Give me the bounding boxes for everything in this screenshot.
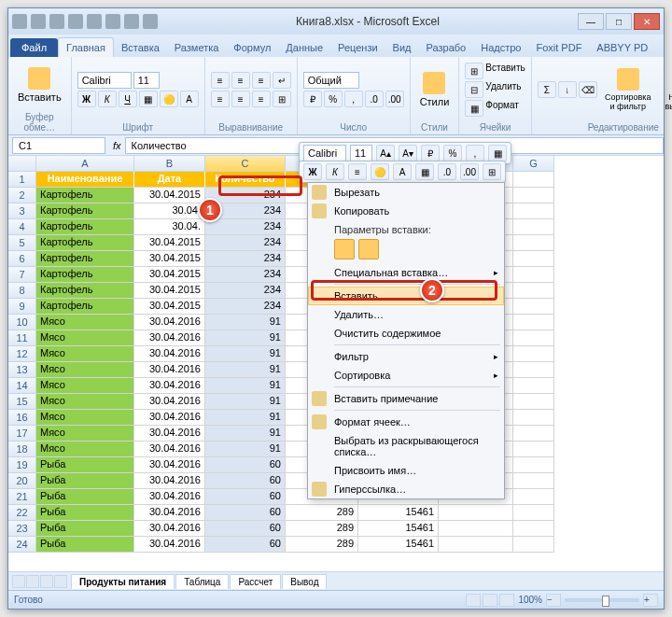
cell-b-18[interactable]: 30.04.2016 <box>134 442 205 457</box>
cell-c-20[interactable]: 60 <box>205 473 286 489</box>
cell-a-10[interactable]: Мясо <box>36 315 134 330</box>
mini-grow-button[interactable]: A▴ <box>376 145 395 161</box>
cell[interactable] <box>513 521 554 537</box>
sheet-tab-4[interactable]: Вывод <box>282 574 327 589</box>
font-color-button[interactable]: A <box>180 91 199 107</box>
row-head-5[interactable]: 5 <box>8 235 36 251</box>
row-head-6[interactable]: 6 <box>8 251 36 267</box>
comma-button[interactable]: , <box>344 91 363 107</box>
mini-dec-dec-button[interactable]: .00 <box>460 163 479 180</box>
align-right-button[interactable]: ≡ <box>252 91 271 107</box>
tab-data[interactable]: Данные <box>278 38 330 57</box>
align-left-button[interactable]: ≡ <box>211 91 230 107</box>
row-head-20[interactable]: 20 <box>8 473 36 489</box>
mini-border2-button[interactable]: ▦ <box>415 163 434 180</box>
view-layout-button[interactable] <box>483 594 497 607</box>
mini-comma-button[interactable]: , <box>466 145 484 161</box>
name-box[interactable]: C1 <box>12 137 105 154</box>
cell-b-7[interactable]: 30.04.2015 <box>134 267 205 283</box>
border-button[interactable]: ▦ <box>139 91 158 107</box>
row-head-9[interactable]: 9 <box>8 299 36 315</box>
tab-abbyy[interactable]: ABBYY PD <box>589 38 655 57</box>
close-button[interactable]: ✕ <box>634 13 660 30</box>
zoom-in-button[interactable]: + <box>643 594 658 607</box>
col-head-A[interactable]: A <box>36 156 134 172</box>
cell[interactable] <box>513 394 554 410</box>
cell[interactable] <box>513 330 554 346</box>
row-head-1[interactable]: 1 <box>8 172 36 188</box>
find-select-button[interactable]: Найти и выделить <box>659 66 672 113</box>
view-break-button[interactable] <box>499 594 514 607</box>
insert-cells-button[interactable]: ⊞ <box>465 63 483 79</box>
cell-a-22[interactable]: Рыба <box>36 505 134 521</box>
cell-c-18[interactable]: 91 <box>205 442 286 457</box>
cell-b-15[interactable]: 30.04.2016 <box>134 394 205 410</box>
sheet-tab-3[interactable]: Рассчет <box>230 574 281 589</box>
mini-size-combo[interactable]: 11 <box>350 145 372 161</box>
cell-c-12[interactable]: 91 <box>205 346 286 362</box>
cell[interactable] <box>513 410 554 426</box>
cell[interactable] <box>513 235 554 251</box>
mini-percent-button[interactable]: % <box>443 145 462 161</box>
ctx-hyperlink[interactable]: Гиперссылка… <box>308 480 504 498</box>
minimize-button[interactable]: — <box>578 13 604 30</box>
row-head-17[interactable]: 17 <box>8 426 36 442</box>
row-head-10[interactable]: 10 <box>8 315 36 330</box>
sheet-tab-2[interactable]: Таблица <box>175 574 229 589</box>
cell-c-11[interactable]: 91 <box>205 330 286 346</box>
cell-b-14[interactable]: 30.04.2016 <box>134 378 205 394</box>
row-head-12[interactable]: 12 <box>8 346 36 362</box>
header-c[interactable]: Количество <box>205 172 286 188</box>
tab-insert[interactable]: Вставка <box>114 38 167 57</box>
tab-view[interactable]: Вид <box>385 38 419 57</box>
inc-dec-button[interactable]: .0 <box>365 91 384 107</box>
row-head-11[interactable]: 11 <box>8 330 36 346</box>
cell-b-6[interactable]: 30.04.2015 <box>134 251 205 267</box>
paste-button[interactable]: Вставить <box>14 65 65 105</box>
cell-b-5[interactable]: 30.04.2015 <box>134 235 205 251</box>
cell-a-6[interactable]: Картофель <box>36 251 134 267</box>
ctx-cut[interactable]: Вырезать <box>308 183 504 202</box>
cell-a-12[interactable]: Мясо <box>36 346 134 362</box>
cell[interactable] <box>513 457 554 473</box>
row-head-7[interactable]: 7 <box>8 267 36 283</box>
ctx-dropdown[interactable]: Выбрать из раскрывающегося списка… <box>308 431 504 461</box>
sheet-nav-next[interactable] <box>40 575 53 588</box>
mini-fill-button[interactable]: 🟡 <box>371 163 389 180</box>
ctx-delete[interactable]: Удалить… <box>308 305 504 324</box>
cell[interactable] <box>513 299 554 315</box>
cell-a-16[interactable]: Мясо <box>36 410 134 426</box>
mini-align-button[interactable]: ≡ <box>348 163 367 180</box>
cell[interactable] <box>439 537 513 553</box>
row-head-22[interactable]: 22 <box>8 505 36 521</box>
cell-a-24[interactable]: Рыба <box>36 537 134 553</box>
cell-b-11[interactable]: 30.04.2016 <box>134 330 205 346</box>
mini-italic-button[interactable]: К <box>326 163 344 180</box>
zoom-out-button[interactable]: − <box>546 594 561 607</box>
cell-c-7[interactable]: 234 <box>205 267 286 283</box>
mini-merge-button[interactable]: ⊞ <box>483 163 501 180</box>
cell-c-8[interactable]: 234 <box>205 283 286 299</box>
row-head-8[interactable]: 8 <box>8 283 36 299</box>
mini-shrink-button[interactable]: A▾ <box>399 145 417 161</box>
cell-d-24[interactable]: 289 <box>286 537 358 553</box>
cell-b-20[interactable]: 30.04.2016 <box>134 473 205 489</box>
ctx-sort[interactable]: Сортировка <box>308 366 504 385</box>
cell-a-5[interactable]: Картофель <box>36 235 134 251</box>
cell-a-19[interactable]: Рыба <box>36 457 134 473</box>
number-format-combo[interactable]: Общий <box>303 72 359 89</box>
cell-c-16[interactable]: 91 <box>205 410 286 426</box>
cell-c-23[interactable]: 60 <box>205 521 286 537</box>
fx-icon[interactable]: fx <box>109 140 125 151</box>
font-size-combo[interactable]: 11 <box>133 72 160 89</box>
cell-c-24[interactable]: 60 <box>205 537 286 553</box>
cell-d-23[interactable]: 289 <box>286 521 358 537</box>
tab-file[interactable]: Файл <box>10 38 58 57</box>
font-name-combo[interactable]: Calibri <box>77 72 132 89</box>
align-center-button[interactable]: ≡ <box>231 91 250 107</box>
row-head-14[interactable]: 14 <box>8 378 36 394</box>
row-head-21[interactable]: 21 <box>8 489 36 505</box>
cell-c-6[interactable]: 234 <box>205 251 286 267</box>
header-a[interactable]: Наименование <box>36 172 134 188</box>
cell-c-5[interactable]: 234 <box>205 235 286 251</box>
